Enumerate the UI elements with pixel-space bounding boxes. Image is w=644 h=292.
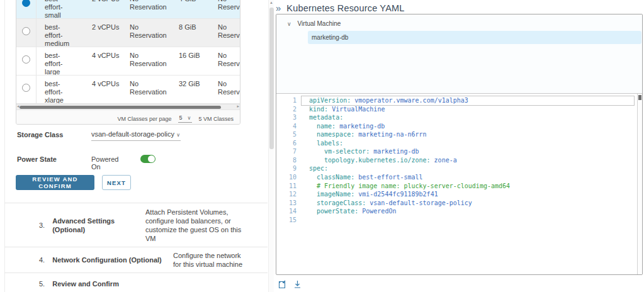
chevron-down-icon[interactable]: ∨ [287, 21, 291, 27]
vm-class-radio[interactable] [22, 0, 30, 7]
line-number: 4 [276, 123, 297, 132]
wizard-step[interactable]: 3.Advanced Settings (Optional)Attach Per… [4, 203, 268, 247]
line-number: 8 [276, 157, 297, 166]
step-description: Attach Persistent Volumes, configure loa… [145, 208, 247, 243]
line-number: 12 [276, 191, 297, 199]
vm-wizard-screen: best-effort-small2 vCPUsNo Reservation4 … [0, 0, 644, 292]
scroll-left-arrow-icon[interactable]: ◂ [17, 104, 20, 109]
vm-class-radio[interactable] [22, 55, 30, 64]
line-number: 2 [276, 106, 297, 115]
step-title: Advanced Settings (Optional) [52, 216, 121, 234]
wizard-steps: 3.Advanced Settings (Optional)Attach Per… [4, 203, 268, 292]
next-button[interactable]: NEXT [102, 175, 131, 190]
step-number: 4. [39, 256, 45, 264]
wizard-step[interactable]: 4.Network Configuration (Optional)Config… [4, 247, 268, 272]
code-line: 15 [276, 216, 309, 225]
collapse-panel-icon[interactable]: » [276, 3, 281, 13]
line-number: 5 [276, 131, 297, 140]
tree-item-marketing-db[interactable]: marketing-db [308, 31, 641, 44]
line-number: 13 [276, 199, 297, 208]
scroll-up-arrow-icon[interactable]: ▲ [269, 1, 273, 4]
per-page-select[interactable]: 5 ∨ [178, 115, 193, 123]
code-line: 14powerState: PoweredOn [276, 208, 396, 216]
power-state-value: Powered On [91, 155, 118, 171]
vm-class-memory-reservation: No Reservation [213, 19, 240, 47]
storage-class-select[interactable]: vsan-default-storage-policy ∨ [91, 130, 181, 141]
vm-class-name: best-effort-large [37, 47, 87, 75]
copy-manifest-icon[interactable] [278, 279, 287, 289]
table-pagination: VM Classes per page 5 ∨ 5 VM Classes [16, 110, 240, 125]
vm-class-name: best-effort-xlarge [37, 76, 87, 103]
line-number: 9 [276, 165, 297, 174]
code-line: 1apiVersion: vmoperator.vmware.com/v1alp… [276, 97, 468, 106]
code-line: 6labels: [276, 140, 343, 149]
vm-class-cpus: 4 vCPUs [87, 47, 125, 75]
vm-class-memory: 16 GiB [174, 47, 213, 75]
vm-class-radio[interactable] [22, 27, 30, 35]
vm-class-memory: 8 GiB [174, 19, 213, 47]
code-line: 5namespace: marketing-na-n6rrn [276, 131, 427, 140]
code-line: 9spec: [276, 165, 328, 174]
vm-class-row[interactable]: best-effort-large4 vCPUsNo Reservation16… [16, 47, 240, 76]
line-number: 3 [276, 114, 297, 123]
chevron-down-icon: ∨ [188, 115, 191, 121]
tree-group-label: Virtual Machine [298, 20, 341, 27]
tree-group-virtual-machine[interactable]: ∨ Virtual Machine [287, 20, 341, 27]
vm-class-radio[interactable] [22, 84, 30, 92]
editor-scrollbar[interactable] [637, 94, 642, 275]
vm-class-row[interactable]: best-effort-small2 vCPUsNo Reservation4 … [16, 0, 240, 19]
vm-class-table: best-effort-small2 vCPUsNo Reservation4 … [16, 0, 240, 125]
line-number: 11 [276, 182, 297, 191]
vm-class-row[interactable]: best-effort-medium2 vCPUsNo Reservation8… [16, 19, 240, 47]
total-classes-label: 5 VM Classes [198, 116, 234, 122]
vm-class-memory-reservation: No Reservation [213, 76, 240, 103]
step-title: Review and Confirm [52, 279, 119, 288]
download-manifest-icon[interactable] [293, 279, 302, 289]
left-pane-scrollbar[interactable]: ▲ [268, 0, 274, 292]
vm-class-cpu-reservation: No Reservation [125, 76, 174, 103]
editor-scrollbar-thumb[interactable] [638, 95, 641, 100]
step-description: Configure the network for this virtual m… [173, 251, 247, 269]
yaml-code-editor[interactable]: 1apiVersion: vmoperator.vmware.com/v1alp… [276, 94, 642, 275]
line-number: 10 [276, 174, 297, 182]
scroll-right-arrow-icon[interactable]: ▸ [237, 104, 239, 109]
table-horizontal-scrollbar[interactable]: ◂ ▸ [16, 104, 240, 110]
yaml-action-bar [278, 279, 302, 289]
code-line: 7vm-selector: marketing-db [276, 148, 419, 157]
vm-class-memory: 4 GiB [174, 0, 213, 18]
vm-class-name: best-effort-small [37, 0, 87, 18]
chevron-down-icon: ∨ [176, 132, 180, 138]
resource-tree: ∨ Virtual Machine marketing-db [276, 14, 642, 94]
row-radio-cell [16, 19, 37, 47]
line-number: 7 [276, 148, 297, 157]
line-number: 1 [276, 97, 297, 106]
line-number: 15 [276, 216, 297, 225]
vm-class-cpus: 4 vCPUs [87, 76, 125, 103]
row-radio-cell [16, 76, 37, 103]
code-line: 3metadata: [276, 114, 343, 123]
wizard-step[interactable]: 5.Review and Confirm [4, 272, 268, 292]
power-state-toggle[interactable] [140, 155, 155, 163]
step-title: Network Configuration (Optional) [52, 256, 147, 264]
horizontal-scrollbar-thumb[interactable] [20, 106, 221, 109]
vm-class-cpus: 2 vCPUs [87, 0, 125, 18]
step-number: 5. [39, 280, 45, 288]
vm-class-memory: 32 GiB [174, 76, 213, 103]
vertical-scrollbar-thumb[interactable] [269, 8, 274, 149]
vm-class-cpus: 2 vCPUs [87, 19, 125, 47]
code-line: 12imageName: vmi-d2544fc91189b2f41 [276, 191, 438, 199]
yaml-panel-title: Kubernetes Resource YAML [286, 3, 404, 13]
vm-class-name: best-effort-medium [37, 19, 87, 47]
code-line: 4name: marketing-db [276, 123, 385, 132]
storage-class-row: Storage Class vsan-default-storage-polic… [17, 131, 74, 138]
review-and-confirm-button[interactable]: REVIEW AND CONFIRM [16, 175, 94, 190]
vm-class-cpu-reservation: No Reservation [125, 0, 174, 18]
yaml-panel: ∨ Virtual Machine marketing-db 1apiVersi… [276, 14, 643, 275]
line-number: 14 [276, 208, 297, 216]
vm-class-row[interactable]: best-effort-xlarge4 vCPUsNo Reservation3… [16, 76, 240, 104]
power-state-label: Power State [17, 155, 74, 163]
power-state-row: Power State Powered On [17, 155, 74, 163]
vm-class-cpu-reservation: No Reservation [125, 19, 174, 47]
row-radio-cell [16, 47, 37, 75]
storage-class-label: Storage Class [17, 131, 74, 138]
